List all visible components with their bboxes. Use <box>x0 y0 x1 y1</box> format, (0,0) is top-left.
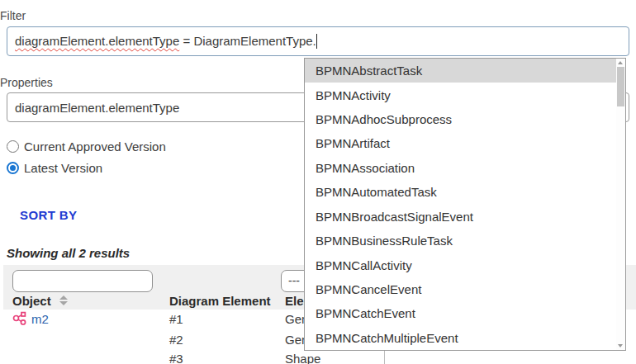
suggestion-item[interactable]: BPMNAbstractTask <box>305 59 616 83</box>
filter-value-property: diagramElement.elementType <box>15 34 179 48</box>
filter-value-rest: = DiagramElementType. <box>179 34 316 48</box>
suggestion-item[interactable]: BPMNAdhocSubprocess <box>305 107 616 131</box>
filter-input[interactable]: diagramElement.elementType = DiagramElem… <box>7 26 629 56</box>
sort-by-link[interactable]: SORT BY <box>20 208 77 222</box>
radio-current-approved-version[interactable]: Current Approved Version <box>7 139 166 154</box>
suggestion-item[interactable]: BPMNActivity <box>305 83 616 106</box>
table-cell-diagram-element: #3 <box>169 352 183 364</box>
results-summary: Showing all 2 results <box>7 246 130 260</box>
radio-dot <box>10 165 16 171</box>
table-cell-element-type: Shape <box>285 352 320 364</box>
sort-desc-icon <box>59 301 68 305</box>
suggestion-item[interactable]: BPMNArtifact <box>305 131 616 155</box>
sort-toggle-icon[interactable] <box>59 295 68 305</box>
radio-selected-icon[interactable] <box>7 162 19 174</box>
radio-label: Current Approved Version <box>24 139 166 154</box>
table-cell-diagram-element: #2 <box>169 333 183 347</box>
query-filter-panel: Filter diagramElement.elementType = Diag… <box>0 0 636 364</box>
suggestion-item[interactable]: BPMNCallActivity <box>305 253 616 277</box>
sort-asc-icon <box>59 295 68 300</box>
suggestion-item[interactable]: BPMNBusinessRuleTask <box>305 229 616 253</box>
dropdown-scrollbar[interactable] <box>616 59 625 350</box>
object-column-filter-input[interactable] <box>12 270 153 292</box>
scroll-up-icon[interactable] <box>618 61 623 64</box>
suggestion-item[interactable]: BPMNBroadcastSignalEvent <box>305 205 616 229</box>
table-cell-diagram-element: #1 <box>169 312 183 326</box>
object-link[interactable]: m2 <box>31 312 49 326</box>
scrollbar-thumb[interactable] <box>617 67 624 106</box>
radio-unselected-icon[interactable] <box>7 140 19 153</box>
radio-label: Latest Version <box>24 161 102 175</box>
suggestion-list: BPMNAbstractTask BPMNActivity BPMNAdhocS… <box>305 59 616 350</box>
scroll-down-icon[interactable] <box>618 344 623 347</box>
suggestion-item[interactable]: BPMNAssociation <box>305 156 616 180</box>
suggestion-item[interactable]: BPMNAutomatedTask <box>305 180 616 204</box>
filter-label: Filter <box>0 9 26 22</box>
column-header-diagram-element: Diagram Element <box>169 294 271 308</box>
radio-latest-version[interactable]: Latest Version <box>7 160 102 175</box>
suggestion-item[interactable]: BPMNCatchMultipleEvent <box>305 326 616 350</box>
suggestion-item[interactable]: BPMNCancelEvent <box>305 277 616 301</box>
text-caret <box>316 34 317 49</box>
suggestion-item[interactable]: BPMNCatchEvent <box>305 301 616 325</box>
element-type-suggestion-dropdown: BPMNAbstractTask BPMNActivity BPMNAdhocS… <box>304 58 626 351</box>
properties-label: Properties <box>0 76 53 89</box>
column-divider <box>384 351 385 364</box>
model-icon <box>12 311 26 329</box>
column-header-object[interactable]: Object <box>12 294 51 308</box>
